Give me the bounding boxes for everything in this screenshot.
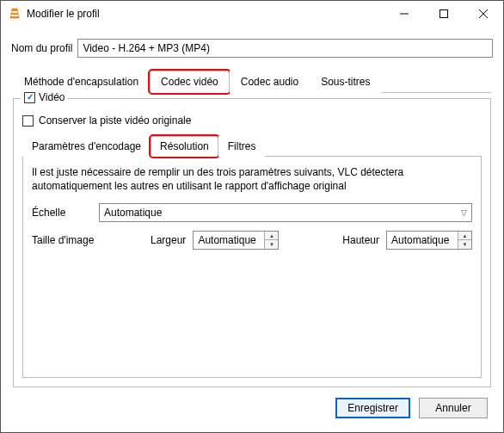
preserve-original-checkbox[interactable] [22, 115, 34, 127]
framesize-label: Taille d'image [32, 234, 144, 246]
framesize-row: Taille d'image Largeur Automatique ▲ ▼ H… [32, 231, 472, 250]
profile-name-row: Nom du profil [11, 39, 493, 58]
subtab-encoding[interactable]: Paramètres d'encodage [22, 136, 151, 157]
width-spin-buttons: ▲ ▼ [264, 232, 278, 249]
width-spin-down[interactable]: ▼ [265, 240, 278, 249]
video-checkbox[interactable] [24, 92, 35, 103]
svg-rect-1 [12, 11, 18, 13]
scale-select[interactable]: Automatique ▽ [99, 203, 472, 222]
window: Modifier le profil Nom du profil Méthode… [0, 0, 504, 433]
vlc-icon [8, 7, 22, 21]
height-label: Hauteur [342, 234, 379, 246]
svg-rect-2 [11, 15, 18, 16]
video-subtabs: Paramètres d'encodage Résolution Filtres [22, 135, 482, 157]
profile-name-input[interactable] [77, 39, 493, 58]
scale-label: Échelle [32, 207, 92, 219]
tab-audio-codec[interactable]: Codec audio [230, 71, 310, 93]
preserve-row: Conserver la piste vidéo originale [22, 114, 482, 127]
resolution-panel: Il est juste nécessaire de remplir un de… [22, 157, 482, 378]
window-buttons [384, 1, 503, 27]
height-spin-buttons: ▲ ▼ [458, 232, 471, 249]
minimize-button[interactable] [384, 1, 424, 27]
chevron-down-icon: ▽ [461, 208, 467, 217]
video-legend: Vidéo [21, 91, 68, 103]
svg-marker-0 [10, 9, 19, 18]
maximize-button[interactable] [424, 1, 464, 27]
footer-buttons: Enregistrer Annuler [11, 389, 493, 422]
resolution-info: Il est juste nécessaire de remplir un de… [32, 165, 472, 193]
window-title: Modifier le profil [27, 8, 384, 20]
preserve-original-label: Conserver la piste vidéo originale [39, 114, 191, 127]
height-spin-up[interactable]: ▲ [458, 232, 471, 240]
tab-encapsulation[interactable]: Méthode d'encapsulation [13, 71, 150, 93]
tab-video-codec[interactable]: Codec vidéo [150, 71, 230, 93]
scale-value: Automatique [104, 207, 162, 219]
width-spin-up[interactable]: ▲ [265, 232, 278, 240]
width-value: Automatique [194, 234, 264, 246]
svg-rect-4 [440, 10, 448, 18]
scale-row: Échelle Automatique ▽ [32, 203, 472, 222]
width-label: Largeur [151, 234, 186, 246]
height-value: Automatique [387, 234, 458, 246]
title-bar: Modifier le profil [1, 1, 503, 27]
subtab-resolution[interactable]: Résolution [151, 136, 218, 157]
close-button[interactable] [464, 1, 503, 27]
video-section: Vidéo Conserver la piste vidéo originale… [13, 98, 491, 387]
height-spin-down[interactable]: ▼ [458, 240, 471, 249]
width-spinbox[interactable]: Automatique ▲ ▼ [193, 231, 279, 250]
main-tabs: Méthode d'encapsulation Codec vidéo Code… [13, 70, 491, 93]
cancel-button[interactable]: Annuler [419, 398, 488, 418]
content-area: Nom du profil Méthode d'encapsulation Co… [1, 27, 503, 432]
tab-subtitles[interactable]: Sous-titres [310, 71, 381, 93]
height-spinbox[interactable]: Automatique ▲ ▼ [386, 231, 472, 250]
subtab-filters[interactable]: Filtres [218, 136, 266, 157]
save-button[interactable]: Enregistrer [335, 398, 410, 418]
profile-name-label: Nom du profil [11, 42, 72, 54]
video-legend-label: Vidéo [39, 91, 65, 103]
